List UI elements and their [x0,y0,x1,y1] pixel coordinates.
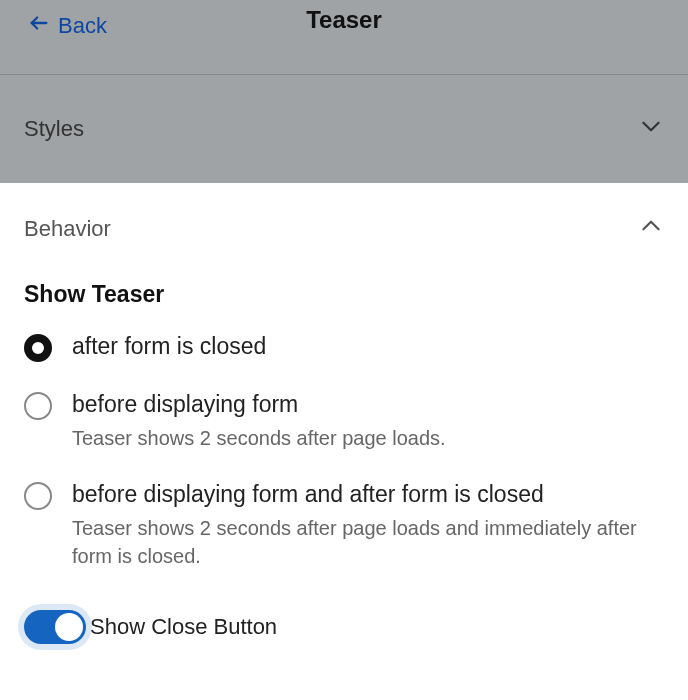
chevron-down-icon [638,113,664,145]
section-header-styles[interactable]: Styles [0,75,688,183]
toggle-knob [55,613,83,641]
radio-text: after form is closed [72,332,266,362]
toggle-row-show-close: Show Close Button [24,610,664,644]
chevron-up-icon [638,213,664,245]
radio-indicator [24,392,52,420]
page-title: Teaser [306,6,382,34]
radio-caption: Teaser shows 2 seconds after page loads … [72,514,664,570]
back-label: Back [58,13,107,39]
radio-option-after-closed[interactable]: after form is closed [24,332,664,362]
radio-text: before displaying form and after form is… [72,480,664,570]
radio-option-before-and-after[interactable]: before displaying form and after form is… [24,480,664,570]
radio-indicator [24,482,52,510]
section-label-styles: Styles [24,116,84,142]
back-button[interactable]: Back [8,4,127,48]
page-header: Back Teaser [0,0,688,75]
radio-caption: Teaser shows 2 seconds after page loads. [72,424,446,452]
radio-label: before displaying form [72,390,446,420]
section-label-behavior: Behavior [24,216,111,242]
radio-text: before displaying form Teaser shows 2 se… [72,390,446,452]
section-header-behavior[interactable]: Behavior [0,183,688,261]
radio-label: after form is closed [72,332,266,362]
section-body-behavior: Show Teaser after form is closed before … [0,261,688,664]
radio-option-before-displaying[interactable]: before displaying form Teaser shows 2 se… [24,390,664,452]
show-close-toggle[interactable] [24,610,86,644]
toggle-label-show-close: Show Close Button [90,614,277,640]
radio-indicator [24,334,52,362]
group-title-show-teaser: Show Teaser [24,281,664,308]
radio-label: before displaying form and after form is… [72,480,664,510]
arrow-left-icon [28,12,50,40]
